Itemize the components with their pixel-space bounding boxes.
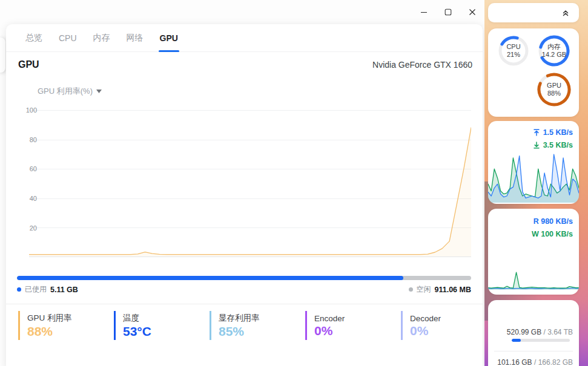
y-tick: 20 — [13, 224, 37, 232]
gpu-device-name: Nvidia GeForce GTX 1660 — [372, 60, 472, 70]
divider — [6, 304, 483, 304]
gpu-utilization-chart — [29, 110, 471, 257]
vram-free-legend: 空闲 911.06 MB — [409, 284, 471, 295]
free-label: 空闲 — [417, 284, 431, 295]
used-label: 已使用 — [25, 284, 47, 295]
disk-write-rate: W 100 KB/s — [532, 230, 573, 238]
stat-label: 显存利用率 — [219, 313, 300, 324]
widget-disk-card[interactable]: R 980 KB/s W 100 KB/s — [488, 209, 579, 295]
storage-progress-fill — [512, 339, 521, 342]
vram-used-legend: 已使用 5.11 GB — [17, 284, 78, 295]
cpu-gauge: CPU21% — [498, 35, 529, 67]
y-tick: 60 — [13, 165, 37, 172]
stat-gpu-utilization: GPU 利用率 88% — [18, 311, 109, 340]
tab-gpu[interactable]: GPU — [160, 24, 178, 52]
download-rate: 3.5 KB/s — [533, 141, 573, 149]
stat-label: Encoder — [314, 314, 396, 323]
monitor-panel: 总览 CPU 内存 网络 GPU GPU Nvidia GeForce GTX … — [6, 24, 483, 366]
metric-selector-label: GPU 利用率(%) — [38, 86, 93, 97]
widget-collapse-bar[interactable] — [488, 3, 579, 22]
stat-vram-utilization: 显存利用率 85% — [210, 311, 300, 340]
free-dot-icon — [409, 287, 413, 292]
stat-label: 温度 — [123, 313, 205, 324]
minimize-button[interactable] — [412, 0, 436, 24]
y-tick: 100 — [13, 106, 37, 114]
stat-decoder: Decoder 0% — [401, 311, 492, 340]
gpu-gauge-text: GPU88% — [537, 72, 572, 107]
stat-label: GPU 利用率 — [27, 313, 109, 324]
y-tick: 80 — [13, 136, 37, 143]
disk-read-rate: R 980 KB/s — [533, 217, 573, 226]
widget-network-card[interactable]: 1.5 KB/s 3.5 KB/s — [488, 121, 579, 204]
storage-entry: 101.16 GB / 166.82 GB — [497, 358, 573, 366]
stat-encoder: Encoder 0% — [305, 311, 396, 340]
stat-value: 0% — [314, 324, 396, 338]
divider — [494, 351, 573, 351]
chevron-down-icon — [96, 90, 102, 93]
close-icon — [469, 8, 476, 16]
upload-arrow-icon — [533, 129, 540, 136]
metric-selector-dropdown[interactable]: GPU 利用率(%) — [38, 86, 102, 97]
close-button[interactable] — [460, 0, 484, 24]
stat-value: 88% — [27, 325, 109, 338]
upload-rate: 1.5 KB/s — [533, 128, 573, 137]
page-title: GPU — [18, 59, 39, 70]
network-mini-chart — [488, 151, 579, 203]
tab-bar: 总览 CPU 内存 网络 GPU — [6, 24, 483, 52]
maximize-icon — [444, 8, 452, 16]
stat-value: 53°C — [123, 325, 205, 338]
tab-memory[interactable]: 内存 — [93, 24, 110, 52]
gpu-line-series — [29, 109, 471, 257]
tab-network[interactable]: 网络 — [127, 24, 144, 52]
memory-gauge: 内存14.2 GB — [538, 34, 570, 67]
tab-cpu[interactable]: CPU — [59, 24, 77, 52]
y-tick: 40 — [13, 195, 37, 202]
widget-storage-card[interactable]: 520.99 GB / 3.64 TB 101.16 GB / 166.82 G… — [488, 300, 579, 366]
free-value: 911.06 MB — [435, 286, 471, 294]
used-value: 5.11 GB — [50, 286, 78, 294]
tab-overview[interactable]: 总览 — [25, 24, 42, 52]
disk-mini-chart — [488, 260, 579, 290]
stat-value: 0% — [410, 324, 492, 338]
download-arrow-icon — [533, 142, 540, 149]
vram-used-fill — [17, 276, 403, 280]
maximize-button[interactable] — [436, 0, 460, 24]
panel-header: GPU Nvidia GeForce GTX 1660 — [18, 59, 472, 70]
stat-label: Decoder — [410, 314, 492, 323]
memory-gauge-text: 内存14.2 GB — [538, 34, 570, 67]
cpu-gauge-text: CPU21% — [498, 35, 529, 67]
widget-handle[interactable] — [0, 38, 5, 73]
gpu-gauge: GPU88% — [537, 72, 572, 107]
stat-temperature: 温度 53°C — [114, 311, 205, 340]
widget-rings-card[interactable]: CPU21% 内存14.2 GB GPU88% — [488, 28, 579, 117]
chevron-double-up-icon — [561, 8, 570, 18]
vram-legend: 已使用 5.11 GB 空闲 911.06 MB — [17, 284, 471, 295]
vram-usage-bar — [17, 276, 471, 280]
storage-entry: 520.99 GB / 3.64 TB — [507, 328, 573, 336]
used-dot-icon — [17, 287, 21, 292]
minimize-icon — [420, 8, 428, 16]
stat-value: 85% — [219, 325, 300, 338]
storage-progress-bar — [512, 339, 570, 342]
app-window: 总览 CPU 内存 网络 GPU GPU Nvidia GeForce GTX … — [0, 0, 484, 366]
titlebar — [0, 0, 484, 24]
monitor-widget: CPU21% 内存14.2 GB GPU88% — [484, 0, 588, 366]
